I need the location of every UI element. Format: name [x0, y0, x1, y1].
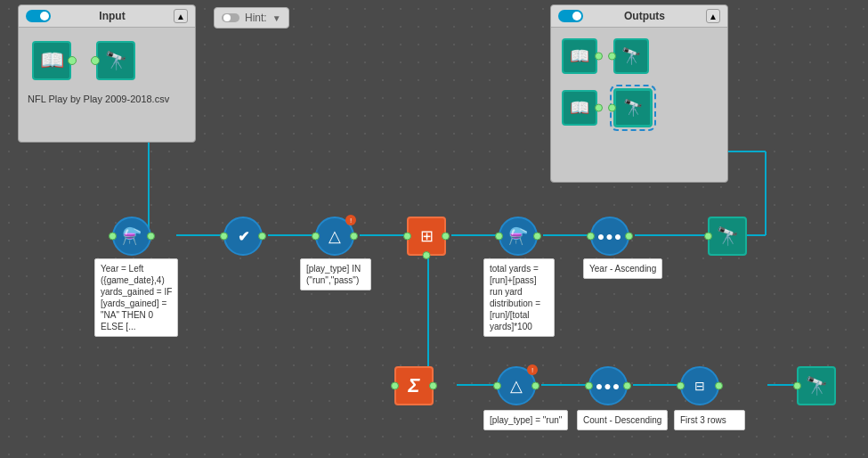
- out-binoc2-left-conn: [608, 104, 616, 112]
- formula2-node[interactable]: ⚗️: [499, 217, 538, 256]
- binoc-topright-node[interactable]: 🔭: [708, 217, 747, 256]
- check-left-conn: [220, 233, 228, 241]
- sum-right-conn: [429, 382, 437, 390]
- triangle1-node[interactable]: △ !: [315, 217, 354, 256]
- check-right-conn: [258, 233, 266, 241]
- hint-label: Hint:: [245, 12, 267, 24]
- input-panel-title: Input: [99, 10, 125, 22]
- out-binoc1-icon: 🔭: [621, 46, 641, 66]
- dots1-left-conn: [587, 233, 595, 241]
- filter2-label: [play_type] = "run": [483, 410, 568, 430]
- table-left-conn: [403, 233, 411, 241]
- binoculars-icon: 🔭: [105, 50, 127, 71]
- tri1-left-conn: [312, 233, 320, 241]
- sort1-label: Year - Ascending: [583, 258, 662, 279]
- formula2-right-conn: [533, 233, 541, 241]
- book-icon: 📖: [40, 49, 64, 72]
- sum-left-conn: [391, 382, 399, 390]
- formula1-node[interactable]: ⚗️: [112, 217, 151, 256]
- checkmark-node[interactable]: ✔: [223, 217, 263, 256]
- formula1-right-conn: [147, 233, 155, 241]
- sum-node[interactable]: Σ: [394, 366, 434, 405]
- triangle2-node[interactable]: △ !: [497, 366, 536, 405]
- input-toggle[interactable]: [26, 10, 51, 22]
- dots2-node[interactable]: ●●●: [588, 366, 628, 405]
- input-book-node[interactable]: 📖: [32, 41, 71, 80]
- tri2-right-conn: [531, 382, 539, 390]
- formula1-label: Year = Left({game_date},4)yards_gained =…: [94, 258, 178, 337]
- book-right-connector: [68, 56, 77, 65]
- triangle2-badge: !: [527, 364, 538, 375]
- triangle2-icon: △: [510, 376, 523, 396]
- formula1-left-conn: [109, 233, 117, 241]
- dots1-icon: ●●●: [597, 229, 622, 243]
- sample-left-conn: [677, 382, 685, 390]
- binoc-bottomright-node[interactable]: 🔭: [797, 366, 836, 405]
- binoc-tr-left-conn: [704, 233, 712, 241]
- outputs-collapse-btn[interactable]: ▲: [706, 9, 720, 23]
- input-file-label: NFL Play by Play 2009-2018.csv: [19, 94, 195, 111]
- hint-toggle[interactable]: [222, 13, 239, 22]
- formula2-label: total yards =[run]+[pass]run yarddistrib…: [483, 258, 555, 337]
- input-panel-header: Input ▲: [19, 5, 195, 28]
- out-binoc1-left-conn: [608, 53, 616, 61]
- outputs-toggle[interactable]: [558, 10, 583, 22]
- table-right-conn: [442, 233, 450, 241]
- output-binoc1[interactable]: 🔭: [613, 38, 649, 74]
- dots2-left-conn: [585, 382, 593, 390]
- outputs-panel-header: Outputs ▲: [551, 5, 727, 28]
- out-book2-right-conn: [595, 104, 603, 112]
- out-book1-right-conn: [595, 53, 603, 61]
- output-binoc2[interactable]: 🔭: [613, 88, 653, 127]
- binoc-br-icon: 🔭: [806, 375, 828, 397]
- dots1-node[interactable]: ●●●: [590, 217, 629, 256]
- tri1-right-conn: [350, 233, 358, 241]
- sum-icon: Σ: [409, 374, 420, 397]
- formula1-icon: ⚗️: [122, 226, 142, 246]
- sample-right-conn: [715, 382, 723, 390]
- formula2-left-conn: [495, 233, 503, 241]
- formula2-icon: ⚗️: [508, 226, 528, 246]
- binoc-br-left-conn: [793, 382, 801, 390]
- sample-node[interactable]: ⊟: [680, 366, 719, 405]
- input-panel: Input ▲ 📖 🔭 NFL Play by Play 2009-2018.c…: [18, 4, 196, 143]
- filter1-label: [play_type] IN("run","pass"): [300, 258, 371, 290]
- table-node[interactable]: ⊞: [407, 217, 446, 256]
- dots1-right-conn: [625, 233, 633, 241]
- input-collapse-btn[interactable]: ▲: [174, 9, 188, 23]
- table-bottom-conn: [423, 251, 431, 259]
- outputs-panel-title: Outputs: [624, 10, 665, 22]
- hint-dropdown[interactable]: ▼: [272, 13, 281, 23]
- table-icon: ⊞: [420, 226, 434, 246]
- sample-icon: ⊟: [694, 379, 705, 393]
- triangle1-icon: △: [329, 226, 341, 246]
- sort2-label: Count - Descending: [577, 410, 668, 430]
- binoc-left-connector: [91, 56, 100, 65]
- out-binoc2-icon: 🔭: [623, 98, 643, 118]
- dots2-icon: ●●●: [596, 379, 621, 393]
- out-book1-icon: 📖: [570, 46, 589, 66]
- outputs-panel: Outputs ▲ 📖 🔭 📖: [550, 4, 728, 183]
- checkmark-icon: ✔: [238, 228, 249, 245]
- dots2-right-conn: [623, 382, 631, 390]
- output-book2[interactable]: 📖: [562, 90, 597, 126]
- sample-label: First 3 rows: [674, 410, 745, 430]
- binoc-topright-icon: 🔭: [717, 225, 739, 247]
- input-binoc-node[interactable]: 🔭: [96, 41, 135, 80]
- hint-panel: Hint: ▼: [214, 7, 289, 29]
- tri2-left-conn: [493, 382, 501, 390]
- triangle1-badge: !: [345, 215, 356, 225]
- out-book2-icon: 📖: [570, 98, 589, 118]
- output-book1[interactable]: 📖: [562, 38, 597, 74]
